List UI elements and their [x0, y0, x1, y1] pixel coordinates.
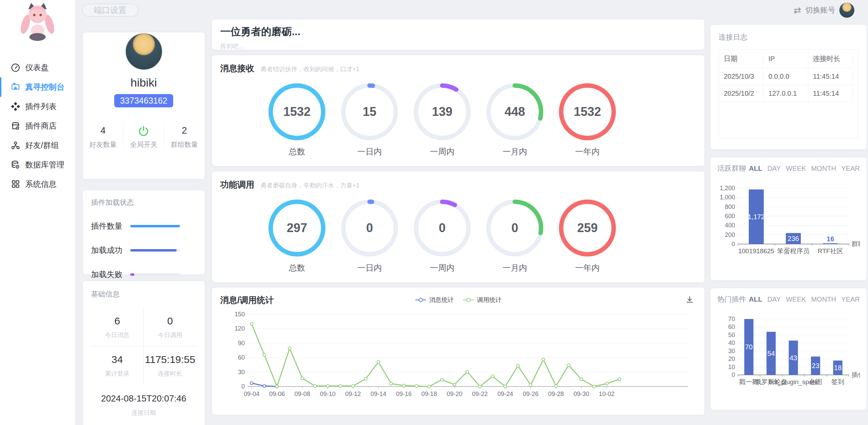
range-tab-month[interactable]: MONTH [811, 165, 836, 172]
svg-text:236: 236 [788, 235, 799, 242]
profile-avatar[interactable] [125, 32, 163, 71]
power-icon[interactable] [123, 124, 164, 137]
stat-value: 4 [83, 124, 123, 137]
legend-marker-icon [415, 298, 426, 302]
circle-value: 1532 [268, 83, 326, 141]
sidebar-item-label: 数据库管理 [25, 160, 64, 170]
svg-text:400: 400 [725, 222, 735, 229]
page-title: 一位勇者的磨砺... [220, 25, 696, 39]
svg-text:1,172: 1,172 [748, 213, 765, 221]
hot-plugins-card: 热门插件 ALLDAYWEEKMONTHYEAR 010203040506070… [710, 288, 867, 410]
circle-value: 0 [486, 199, 544, 257]
log-col-header: 日期 [719, 50, 764, 68]
log-table-row: 2025/10/2127.0.0.111:45:14 [719, 85, 853, 102]
connection-log-table: 日期IP连接时长2025/10/30.0.0.011:45:142025/10/… [719, 49, 858, 138]
sidebar-item-插件列表[interactable]: 插件列表 [0, 97, 75, 116]
basic-info-cell: 34累计登录 [91, 346, 144, 384]
svg-text:09-30: 09-30 [573, 391, 589, 397]
progress-circle: 0一周内 [411, 199, 473, 273]
sidebar-item-真寻控制台[interactable]: 真寻控制台 [0, 77, 75, 97]
progress-track [130, 249, 180, 252]
range-tab-month[interactable]: MONTH [811, 295, 836, 303]
plugin-status-row: 加载失败 [91, 269, 196, 280]
plugin-status-rows: 插件数量加载成功加载失败 [91, 221, 196, 280]
legend-item[interactable]: 消息统计 [415, 296, 454, 304]
basic-info-card: 基础信息 6今日消息0今日调用34累计登录1175:19:55连接时长 2024… [83, 281, 205, 425]
circle-label: 一日内 [339, 146, 400, 157]
range-tab-year[interactable]: YEAR [841, 165, 860, 172]
log-cell: 11:45:14 [808, 85, 853, 102]
sidebar-item-数据库管理[interactable]: 数据库管理 [0, 155, 75, 174]
svg-text:30: 30 [238, 369, 245, 376]
circle-label: 一周内 [411, 146, 473, 157]
progress-circle: 0一月内 [484, 199, 545, 273]
sidebar-item-好友/群组[interactable]: 好友/群组 [0, 136, 75, 155]
stat-label: 全局开关 [123, 140, 164, 149]
basic-info-cell: 6今日消息 [91, 308, 144, 346]
hot-plugins-plot: 01020304050607070戳一戳54俄罗斯轮盘43bot_plugin_… [717, 304, 860, 398]
progress-track [130, 273, 180, 276]
sidebar-item-label: 好友/群组 [25, 140, 59, 151]
active-groups-tabs: ALLDAYWEEKMONTHYEAR [749, 165, 860, 172]
range-tab-week[interactable]: WEEK [786, 295, 806, 303]
port-settings-button[interactable]: 端口设置 [82, 4, 138, 17]
svg-text:50: 50 [728, 332, 735, 338]
range-tab-all[interactable]: ALL [749, 165, 762, 172]
circle-label: 一日内 [339, 262, 400, 273]
hot-plugins-tabs: ALLDAYWEEKMONTHYEAR [749, 295, 860, 303]
progress-circle: 1532一年内 [557, 83, 618, 157]
svg-text:10-02: 10-02 [599, 391, 615, 397]
svg-text:09-12: 09-12 [345, 391, 361, 397]
sidebar-item-仪表盘[interactable]: 仪表盘 [0, 58, 75, 77]
function-calls-subtitle: 勇者磨砺自身，辛勤的汗水，力量+1 [260, 181, 360, 189]
svg-text:1,200: 1,200 [720, 185, 735, 192]
sidebar-item-系统信息[interactable]: 系统信息 [0, 174, 75, 194]
profile-stats: 4好友数量全局开关2群组数量 [83, 122, 205, 149]
progress-fill [130, 273, 134, 276]
plugin-row-label: 加载失败 [91, 269, 122, 280]
plugin-status-title: 插件加载状态 [91, 198, 196, 207]
svg-text:90: 90 [238, 340, 245, 347]
page-header-card: 一位勇者的磨砺... 挥剑吧... [212, 19, 704, 50]
svg-text:600: 600 [725, 213, 735, 219]
range-tab-all[interactable]: ALL [749, 295, 762, 303]
svg-text:0: 0 [732, 241, 735, 247]
range-tab-day[interactable]: DAY [767, 295, 781, 303]
circle-label: 总数 [266, 146, 328, 157]
svg-text:群聊: 群聊 [852, 240, 860, 247]
line-chart-title: 消息/调用统计 [220, 295, 274, 305]
log-cell: 2025/10/2 [719, 85, 764, 102]
range-tab-year[interactable]: YEAR [841, 295, 860, 303]
switch-account[interactable]: ⇄ 切换账号 [794, 3, 854, 18]
global-switch[interactable]: 全局开关 [123, 122, 164, 149]
log-cell: 127.0.0.1 [764, 85, 808, 102]
friends-icon [11, 141, 20, 150]
message-received-title: 消息接收 [220, 63, 254, 74]
svg-text:RTF社区: RTF社区 [818, 247, 843, 255]
profile-uid-badge: 3373463162 [114, 94, 173, 107]
basic-info-grid: 6今日消息0今日调用34累计登录1175:19:55连接时长 [91, 308, 196, 384]
sidebar-item-插件商店[interactable]: 插件商店 [0, 116, 75, 136]
system-icon [11, 180, 20, 189]
range-tab-week[interactable]: WEEK [786, 165, 806, 172]
download-icon[interactable] [685, 295, 694, 305]
range-tab-day[interactable]: DAY [767, 165, 781, 172]
circle-value: 0 [413, 199, 471, 257]
svg-text:20: 20 [728, 355, 735, 362]
stat-label: 好友数量 [83, 140, 123, 149]
line-chart-plot: 030609012015009-0409-0609-0809-1009-1209… [220, 308, 696, 412]
account-avatar[interactable] [839, 3, 854, 18]
circle-value: 259 [558, 199, 616, 257]
message-received-card: 消息接收 勇者结识伙伴，收到的问候，口才+1 1532总数15一日内139一周内… [212, 55, 704, 166]
profile-card: hibiki 3373463162 4好友数量全局开关2群组数量 [83, 32, 205, 179]
legend-item[interactable]: 调用统计 [463, 296, 502, 304]
svg-text:54: 54 [767, 350, 775, 357]
connect-date: 2024-08-15T20:07:46 连接日期 [91, 393, 196, 417]
log-cell: 0.0.0.0 [764, 68, 808, 85]
basic-info-label: 累计登录 [91, 369, 144, 378]
sidebar-item-label: 插件商店 [25, 121, 57, 131]
svg-text:43: 43 [790, 354, 797, 362]
circle-label: 一月内 [484, 146, 545, 157]
svg-text:60: 60 [238, 354, 245, 361]
plugins-icon [11, 102, 20, 111]
